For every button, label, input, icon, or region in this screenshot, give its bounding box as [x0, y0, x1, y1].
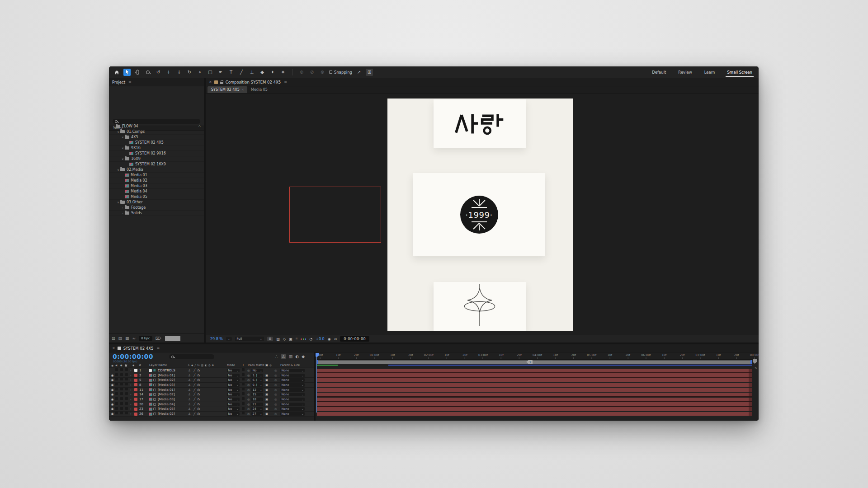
- graph-editor-icon[interactable]: ◆: [302, 354, 305, 359]
- layer-lock-slot[interactable]: [125, 378, 128, 380]
- selection-tool[interactable]: [123, 69, 131, 76]
- timeline-tab-title[interactable]: SYSTEM 02 4X5: [123, 346, 154, 351]
- layer-pickwhip-icon[interactable]: ◎: [274, 412, 277, 416]
- layer-matte-box-icon[interactable]: ▣: [265, 388, 268, 392]
- layer-quality-icon[interactable]: ╱: [193, 397, 195, 402]
- layer-name[interactable]: [Media 03]: [158, 397, 175, 402]
- layer-row[interactable]: ◉›2[Media 01]♙╱fxNo⌄◎3. [⌄▣◎None⌄: [109, 373, 314, 378]
- brush-tool[interactable]: ╱: [238, 69, 245, 76]
- layer-pickwhip-icon[interactable]: ◎: [274, 383, 277, 387]
- layer-audio-slot[interactable]: [115, 368, 118, 371]
- layer-name[interactable]: [Media 01]: [158, 373, 175, 378]
- layer-name[interactable]: CONTROLS: [158, 368, 175, 373]
- layer-solo-slot[interactable]: [120, 373, 123, 376]
- layer-matte-collapse-icon[interactable]: ◎: [247, 392, 250, 397]
- layer-lock-slot[interactable]: [125, 392, 128, 395]
- mask-rect-tool[interactable]: □: [207, 69, 214, 76]
- twirl-closed-icon[interactable]: ›: [121, 206, 125, 209]
- layer-preserve-transparency[interactable]: [242, 388, 245, 390]
- layer-color-swatch[interactable]: [134, 412, 137, 416]
- layer-preserve-transparency[interactable]: [242, 373, 245, 376]
- tree-item[interactable]: ∨03.Other: [109, 200, 204, 205]
- layer-fx-icon[interactable]: fx: [197, 378, 200, 382]
- layer-parent-dropdown[interactable]: None⌄: [280, 407, 305, 412]
- layer-pickwhip-icon[interactable]: ◎: [274, 397, 277, 402]
- composition-marker[interactable]: 1: [528, 360, 533, 364]
- twirl-open-icon[interactable]: ∨: [121, 136, 125, 139]
- layer-twirl-icon[interactable]: ›: [130, 388, 132, 392]
- workspace-small-screen[interactable]: Small Screen: [727, 70, 752, 75]
- layer-color-swatch[interactable]: [134, 392, 137, 397]
- layer-mode-dropdown[interactable]: No⌄: [227, 373, 240, 378]
- region-of-interest-icon[interactable]: ◇: [283, 337, 286, 341]
- layer-quality-icon[interactable]: ╱: [193, 388, 195, 392]
- layer-quality-icon[interactable]: ╱: [193, 368, 195, 373]
- layer-twirl-icon[interactable]: ›: [130, 402, 132, 407]
- layer-preserve-transparency[interactable]: [242, 368, 245, 371]
- eraser-tool[interactable]: ◆: [259, 69, 266, 76]
- tree-item[interactable]: Media 01: [109, 173, 204, 178]
- pen-tool[interactable]: ✒: [217, 69, 224, 76]
- layer-row[interactable]: ◉›26[Media 02]♙╱fxNo⌄◎27⌄▣◎None⌄: [109, 412, 314, 417]
- layer-shy-icon[interactable]: ♙: [188, 397, 191, 402]
- layer-audio-slot[interactable]: [115, 378, 118, 380]
- layer-fx-icon[interactable]: fx: [197, 388, 200, 392]
- layer-parent-dropdown[interactable]: None⌄: [280, 388, 305, 392]
- new-composition-icon[interactable]: ▦: [125, 336, 129, 341]
- layer-matte-collapse-icon[interactable]: ◎: [247, 412, 250, 416]
- tree-item[interactable]: SYSTEM 02 9X16: [109, 151, 204, 156]
- layer-color-swatch[interactable]: [134, 368, 137, 373]
- timeline-panel-menu-icon[interactable]: ≡: [156, 346, 160, 350]
- layer-twirl-icon[interactable]: ›: [130, 368, 132, 373]
- layer-mode-dropdown[interactable]: No⌄: [227, 368, 240, 373]
- magnification-value[interactable]: 29.8 %: [210, 337, 223, 341]
- layer-duration-bar[interactable]: [317, 412, 752, 416]
- layer-row[interactable]: ◉›20[Media 04]♙╱fxNo⌄◎21⌄▣◎None⌄: [109, 402, 314, 407]
- layer-color-swatch[interactable]: [134, 402, 137, 407]
- project-tab[interactable]: Project: [112, 80, 125, 84]
- composition-canvas[interactable]: 사랑 ·1999·: [387, 99, 573, 331]
- layer-mode-dropdown[interactable]: No⌄: [227, 388, 240, 392]
- layer-mode-dropdown[interactable]: No⌄: [227, 397, 240, 402]
- layer-eye-toggle[interactable]: ◉: [110, 407, 114, 412]
- layer-audio-slot[interactable]: [115, 397, 118, 400]
- video-column-icon[interactable]: ◉: [110, 363, 114, 367]
- layer-twirl-icon[interactable]: ›: [130, 373, 132, 378]
- tree-item[interactable]: ›Footage: [109, 205, 204, 211]
- layer-eye-toggle[interactable]: ◉: [110, 402, 114, 407]
- viewer-lock-icon[interactable]: ‹: [242, 88, 244, 92]
- layer-shy-icon[interactable]: ♙: [188, 392, 191, 397]
- layer-parent-dropdown[interactable]: None⌄: [280, 368, 305, 373]
- twirl-open-icon[interactable]: ∨: [112, 125, 116, 128]
- layer-pickwhip-icon[interactable]: ◎: [274, 407, 277, 412]
- layer-name[interactable]: [Media 04]: [158, 402, 175, 407]
- layer-mode-dropdown[interactable]: No⌄: [227, 402, 240, 407]
- delete-item-icon[interactable]: ⌦: [156, 336, 161, 341]
- roto-brush-tool[interactable]: ✦: [269, 69, 276, 76]
- layer-preserve-transparency[interactable]: [242, 397, 245, 400]
- rotation-tool[interactable]: ↻: [186, 69, 193, 76]
- layer-row[interactable]: ◉›23[Media 05]♙╱fxNo⌄◎24⌄▣◎None⌄: [109, 407, 314, 412]
- layer-quality-icon[interactable]: ╱: [193, 392, 195, 397]
- layer-fx-icon[interactable]: fx: [197, 383, 200, 387]
- composition-tab-title[interactable]: Composition SYSTEM 02 4X5: [226, 80, 281, 84]
- layer-lock-slot[interactable]: [125, 412, 128, 414]
- layer-fx-icon[interactable]: fx: [197, 392, 200, 397]
- tree-item[interactable]: Media 03: [109, 183, 204, 189]
- layer-mode-dropdown[interactable]: No⌄: [227, 392, 240, 397]
- layer-audio-slot[interactable]: [115, 407, 118, 410]
- layer-parent-dropdown[interactable]: None⌄: [280, 378, 305, 382]
- layer-name[interactable]: [Media 02]: [158, 412, 175, 416]
- layer-quality-icon[interactable]: ╱: [193, 378, 195, 382]
- layer-solo-slot[interactable]: [120, 368, 123, 371]
- layer-parent-dropdown[interactable]: None⌄: [280, 412, 305, 416]
- layer-row[interactable]: ◉›14[Media 02]♙╱fxNo⌄◎15⌄▣◎None⌄: [109, 392, 314, 397]
- layer-twirl-icon[interactable]: ›: [130, 407, 132, 412]
- tree-item[interactable]: ∨02.Media: [109, 167, 204, 173]
- layer-fx-icon[interactable]: fx: [197, 397, 200, 402]
- layer-name[interactable]: [Media 02]: [158, 378, 175, 382]
- composition-panel-menu-icon[interactable]: ≡: [284, 80, 287, 84]
- close-icon[interactable]: ×: [112, 346, 115, 350]
- layer-audio-slot[interactable]: [115, 412, 118, 414]
- layer-twirl-icon[interactable]: ›: [130, 378, 132, 382]
